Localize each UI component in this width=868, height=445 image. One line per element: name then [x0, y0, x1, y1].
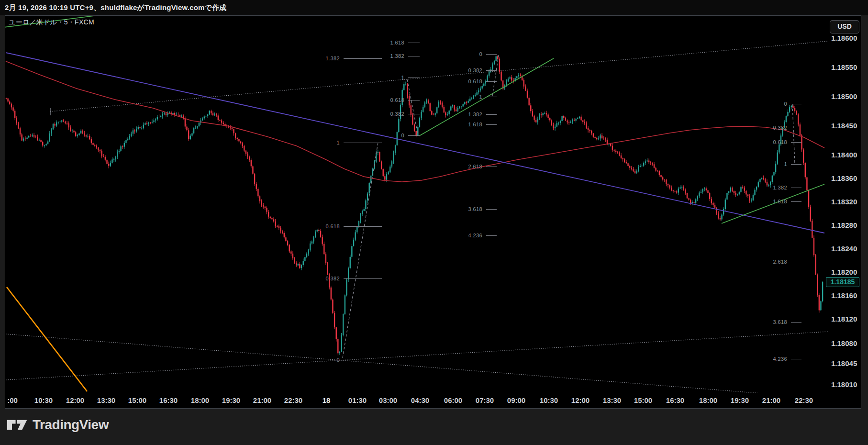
time-tick-label: 18 — [310, 396, 343, 404]
price-tick-label: 1.18320 — [831, 198, 857, 206]
tradingview-snapshot: { "top_bar": { "attribution": "2月 19, 20… — [0, 0, 868, 445]
footer-bar: TradingView — [0, 409, 868, 445]
dotted-fan-upper — [6, 332, 828, 380]
time-tick-label: 22:30 — [277, 396, 310, 404]
time-tick-label: 13:30 — [595, 396, 629, 404]
price-tick-label: 1.18010 — [831, 380, 857, 389]
price-tick-label: 1.18045 — [831, 359, 857, 367]
time-tick-label: 16:30 — [658, 396, 692, 404]
time-axis[interactable]: :0010:3012:0013:3015:0016:3018:0019:3021… — [5, 393, 861, 408]
price-tick-label: 1.18450 — [831, 122, 857, 130]
price-tick-label: 1.18120 — [831, 315, 857, 323]
tradingview-logo[interactable]: TradingView — [7, 417, 109, 433]
tradingview-logo-text: TradingView — [33, 417, 109, 433]
price-tick-label: 1.18600 — [831, 34, 857, 42]
time-tick-label: 09:00 — [500, 396, 533, 404]
time-tick-label: 01:30 — [341, 396, 374, 404]
time-tick-label: 21:00 — [755, 396, 788, 404]
price-tick-label: 1.18200 — [831, 268, 857, 276]
price-tick-label: 1.18360 — [831, 174, 857, 182]
time-tick-label: 07:30 — [468, 396, 501, 404]
time-tick-label: 12:00 — [564, 396, 597, 404]
time-tick-label: 12:00 — [58, 396, 92, 404]
time-tick-label: 19:30 — [723, 396, 757, 404]
fib-trend-dashed-peak — [492, 55, 499, 96]
time-tick-label: 15:00 — [121, 396, 154, 404]
time-tick-label: 21:00 — [245, 396, 279, 404]
price-tick-label: 1.18240 — [831, 245, 857, 253]
dotted-resistance-line — [50, 41, 828, 111]
price-tick-label: 1.18160 — [831, 291, 857, 300]
price-tick-label: 1.18550 — [831, 63, 857, 71]
trendline-green-topleft — [0, 15, 98, 28]
price-axis[interactable]: 1.186001.185501.185001.184501.184001.183… — [828, 16, 861, 393]
price-tick-label: 1.18500 — [831, 92, 857, 100]
time-tick-label: 18:00 — [691, 396, 725, 404]
time-tick-label: 22:30 — [787, 396, 821, 404]
time-tick-label: 04:30 — [403, 396, 437, 404]
time-tick-label: 13:30 — [89, 396, 123, 404]
time-tick-label: 10:30 — [27, 396, 60, 404]
price-tick-label: 1.18080 — [831, 339, 857, 347]
fib-trend-dashed-small — [407, 79, 418, 134]
time-tick-label: 10:30 — [532, 396, 566, 404]
tradingview-logo-mark-icon — [7, 419, 28, 431]
time-tick-label: 06:00 — [436, 396, 470, 404]
time-tick-label: 16:30 — [152, 396, 185, 404]
price-tick-label: 1.18280 — [831, 221, 857, 229]
dotted-fan-lower — [6, 334, 828, 399]
time-tick-label: 15:00 — [626, 396, 660, 404]
time-tick-label: 19:30 — [214, 396, 248, 404]
chart-plot[interactable] — [0, 0, 868, 445]
trendline-green-ascending — [419, 58, 554, 136]
price-tick-label: 1.18400 — [831, 151, 857, 159]
trendline-purple-descending — [6, 53, 824, 233]
time-tick-label: 18:00 — [183, 396, 217, 404]
time-tick-label: :00 — [0, 396, 29, 404]
time-tick-label: 03:00 — [371, 396, 405, 404]
